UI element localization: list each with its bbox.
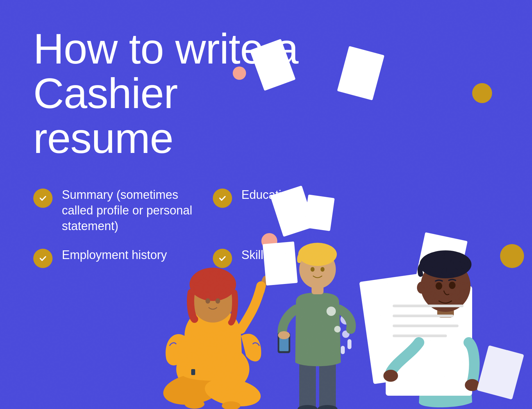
svg-rect-47: [477, 345, 524, 400]
check-icon-education: [213, 189, 232, 208]
employment-label: Employment history: [62, 247, 167, 263]
checklist-item-employment: Employment history: [33, 247, 193, 268]
checklist-grid: Summary (sometimescalled profile or pers…: [33, 187, 499, 268]
skills-label: Skills: [241, 247, 269, 263]
checklist-item-summary: Summary (sometimescalled profile or pers…: [33, 187, 193, 234]
svg-point-20: [185, 399, 204, 409]
svg-point-16: [205, 298, 210, 304]
checklist-item-education: Education: [213, 187, 346, 234]
checkmark-icon: [218, 194, 227, 203]
decorative-dot-white-1: [327, 307, 336, 316]
svg-point-33: [278, 331, 290, 339]
svg-point-17: [215, 298, 220, 304]
svg-rect-19: [191, 369, 195, 375]
decorative-dot-gold: [472, 83, 492, 103]
decorative-dot-pink: [233, 67, 246, 80]
svg-rect-5: [341, 346, 345, 354]
checkmark-icon: [38, 194, 48, 203]
checkmark-icon: [38, 254, 48, 263]
svg-point-41: [383, 370, 398, 382]
decorative-dot-white-2: [334, 326, 341, 333]
summary-label: Summary (sometimescalled profile or pers…: [62, 187, 192, 234]
check-icon-skills: [213, 249, 232, 268]
checklist-item-skills: Skills: [213, 247, 346, 268]
page-container: How to write a Cashier resume Summary (s…: [0, 0, 532, 409]
education-label: Education: [241, 187, 295, 203]
check-icon-summary: [33, 189, 53, 208]
svg-rect-6: [347, 339, 351, 349]
check-icon-employment: [33, 249, 53, 268]
checkmark-icon: [218, 254, 227, 263]
